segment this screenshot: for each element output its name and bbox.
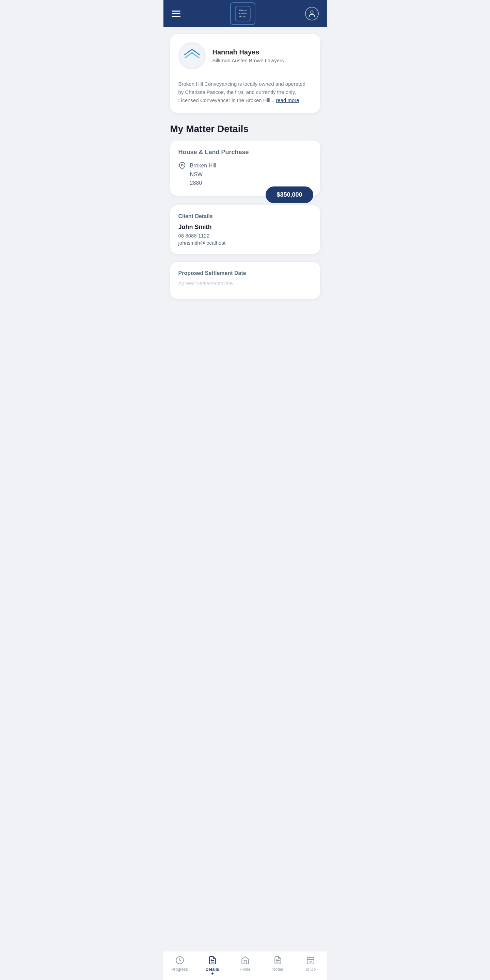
details-label: Details <box>206 967 219 972</box>
home-icon <box>240 956 250 965</box>
todo-icon <box>306 956 315 965</box>
matter-type: House & Land Purchase <box>179 149 312 156</box>
client-phone: 08 8088 1122 <box>179 233 312 239</box>
client-details-card: Client Details John Smith 08 8088 1122 j… <box>170 205 320 254</box>
company-logo[interactable]: Silkman Austen Brown <box>230 2 255 25</box>
active-indicator <box>211 972 214 975</box>
about-me-avatar <box>179 42 206 69</box>
settlement-title: Proposed Settlement Date <box>179 270 312 276</box>
svg-text:Austen: Austen <box>239 12 247 14</box>
svg-rect-15 <box>307 957 314 964</box>
details-icon <box>208 956 217 965</box>
divider <box>179 75 312 75</box>
svg-text:Silkman: Silkman <box>238 9 247 11</box>
notes-icon <box>273 956 283 965</box>
user-menu-button[interactable] <box>305 7 319 21</box>
about-me-company: Silkman Austen Brown Lawyers <box>212 57 284 63</box>
location-text: Broken Hill NSW 2880 <box>190 161 216 188</box>
hamburger-line-1 <box>172 11 180 11</box>
svg-point-8 <box>181 164 183 166</box>
nav-item-home[interactable]: Home <box>229 956 262 972</box>
progress-icon <box>175 956 185 965</box>
price-badge: $350,000 <box>266 186 313 203</box>
matter-location: Broken Hill NSW 2880 <box>179 161 312 188</box>
svg-marker-6 <box>184 49 200 55</box>
settlement-content: Agreed Settlement Date... <box>179 280 312 291</box>
svg-point-5 <box>311 11 313 13</box>
about-me-description: Broken Hill Conveyancing is locally owne… <box>179 80 312 105</box>
app-header: Silkman Austen Brown <box>163 0 327 27</box>
bottom-navigation: Progress Details Home <box>163 951 327 980</box>
location-icon <box>179 162 186 171</box>
nav-item-todo[interactable]: To Do <box>294 956 327 972</box>
client-email: johnsmith@localhost <box>179 240 312 246</box>
notes-label: Notes <box>272 967 283 972</box>
hamburger-line-2 <box>172 13 180 14</box>
hamburger-menu[interactable] <box>172 11 180 17</box>
nav-item-details[interactable]: Details <box>196 956 229 975</box>
client-details-title: Client Details <box>179 213 312 220</box>
matter-section-title: My Matter Details <box>170 124 320 134</box>
svg-text:Brown: Brown <box>239 15 246 18</box>
user-avatar-icon <box>305 7 319 21</box>
nav-item-notes[interactable]: Notes <box>262 956 294 972</box>
about-me-header: Hannah Hayes Silkman Austen Brown Lawyer… <box>179 42 312 69</box>
about-me-info: Hannah Hayes Silkman Austen Brown Lawyer… <box>212 48 284 63</box>
client-name: John Smith <box>179 224 312 231</box>
matter-card: House & Land Purchase Broken Hill NSW 28… <box>170 140 320 196</box>
home-label: Home <box>239 967 250 972</box>
todo-label: To Do <box>305 967 316 972</box>
page-content: Hannah Hayes Silkman Austen Brown Lawyer… <box>163 27 327 341</box>
read-more-link[interactable]: read more <box>276 97 299 103</box>
nav-item-progress[interactable]: Progress <box>163 956 196 972</box>
settlement-card: Proposed Settlement Date Agreed Settleme… <box>170 262 320 299</box>
hamburger-line-3 <box>172 16 180 17</box>
about-me-card: Hannah Hayes Silkman Austen Brown Lawyer… <box>170 34 320 113</box>
progress-label: Progress <box>171 967 188 972</box>
about-me-name: Hannah Hayes <box>212 48 284 56</box>
